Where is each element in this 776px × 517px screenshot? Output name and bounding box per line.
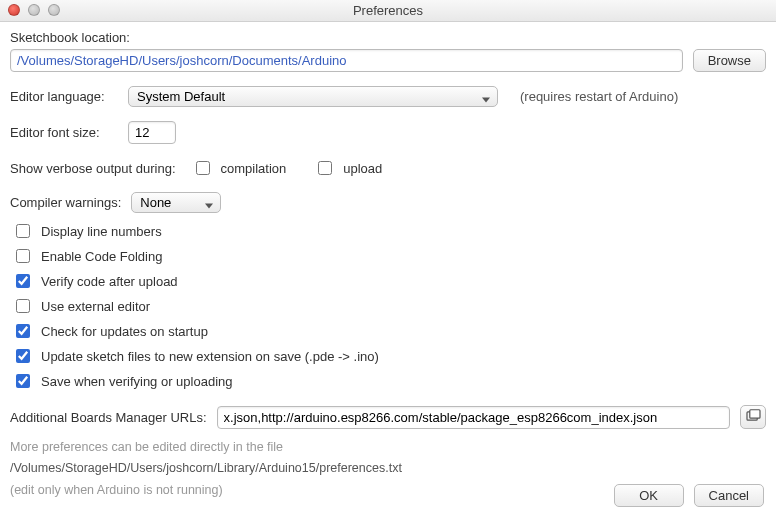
window-title: Preferences bbox=[353, 3, 423, 18]
window-stack-icon bbox=[746, 409, 761, 425]
editor-font-size-input[interactable] bbox=[128, 121, 176, 144]
verify-code-after-upload-checkbox[interactable] bbox=[16, 274, 30, 288]
check-for-updates-label: Check for updates on startup bbox=[41, 324, 208, 339]
footnote-line1: More preferences can be edited directly … bbox=[10, 437, 766, 458]
verbose-compilation-checkbox[interactable] bbox=[196, 161, 210, 175]
editor-language-select[interactable]: System Default bbox=[128, 86, 498, 107]
verbose-output-label: Show verbose output during: bbox=[10, 161, 176, 176]
update-sketch-extension-label: Update sketch files to new extension on … bbox=[41, 349, 379, 364]
enable-code-folding-checkbox[interactable] bbox=[16, 249, 30, 263]
verify-code-after-upload-label: Verify code after upload bbox=[41, 274, 178, 289]
svg-rect-1 bbox=[749, 410, 759, 418]
editor-font-size-label: Editor font size: bbox=[10, 125, 118, 140]
check-for-updates-checkbox[interactable] bbox=[16, 324, 30, 338]
save-when-verifying-label: Save when verifying or uploading bbox=[41, 374, 233, 389]
window-close-button[interactable] bbox=[8, 4, 20, 16]
options-checklist: Display line numbers Enable Code Folding… bbox=[12, 221, 766, 391]
update-sketch-extension-checkbox[interactable] bbox=[16, 349, 30, 363]
use-external-editor-label: Use external editor bbox=[41, 299, 150, 314]
verbose-upload-checkbox[interactable] bbox=[318, 161, 332, 175]
save-when-verifying-checkbox[interactable] bbox=[16, 374, 30, 388]
enable-code-folding-label: Enable Code Folding bbox=[41, 249, 162, 264]
titlebar: Preferences bbox=[0, 0, 776, 22]
verbose-upload-label: upload bbox=[343, 161, 382, 176]
sketchbook-location-label: Sketchbook location: bbox=[10, 30, 130, 45]
browse-button[interactable]: Browse bbox=[693, 49, 766, 72]
boards-manager-urls-expand-button[interactable] bbox=[740, 405, 766, 429]
compiler-warnings-label: Compiler warnings: bbox=[10, 195, 121, 210]
cancel-button[interactable]: Cancel bbox=[694, 484, 764, 507]
window-minimize-button[interactable] bbox=[28, 4, 40, 16]
display-line-numbers-checkbox[interactable] bbox=[16, 224, 30, 238]
verbose-compilation-label: compilation bbox=[221, 161, 287, 176]
use-external-editor-checkbox[interactable] bbox=[16, 299, 30, 313]
editor-language-label: Editor language: bbox=[10, 89, 118, 104]
boards-manager-urls-label: Additional Boards Manager URLs: bbox=[10, 410, 207, 425]
boards-manager-urls-input[interactable] bbox=[217, 406, 730, 429]
display-line-numbers-label: Display line numbers bbox=[41, 224, 162, 239]
footnote-path: /Volumes/StorageHD/Users/joshcorn/Librar… bbox=[10, 458, 766, 479]
sketchbook-location-input[interactable] bbox=[10, 49, 683, 72]
ok-button[interactable]: OK bbox=[614, 484, 684, 507]
editor-language-hint: (requires restart of Arduino) bbox=[520, 89, 678, 104]
window-zoom-button[interactable] bbox=[48, 4, 60, 16]
compiler-warnings-select[interactable]: None bbox=[131, 192, 221, 213]
